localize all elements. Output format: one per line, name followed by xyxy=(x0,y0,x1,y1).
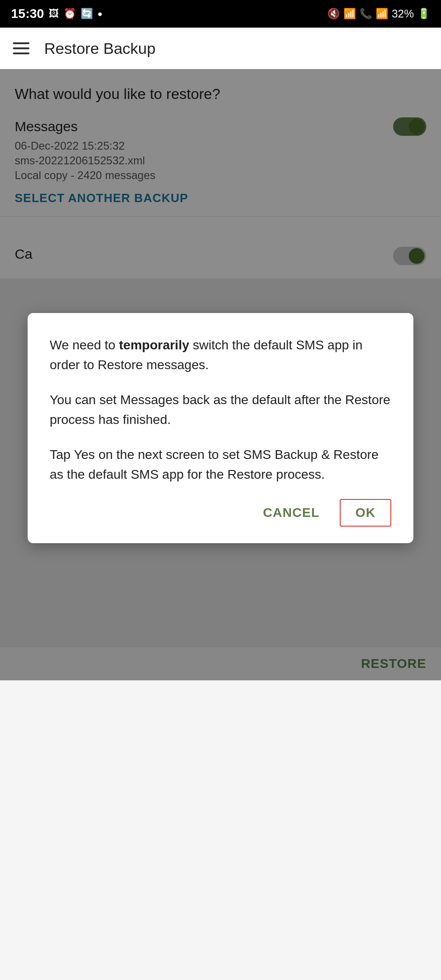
status-time: 15:30 xyxy=(11,6,44,21)
dialog-paragraph-3: Tap Yes on the next screen to set SMS Ba… xyxy=(50,445,391,485)
status-bar: 15:30 🖼 ⏰ 🔄 ● 🔇 📶 📞 📶 32% 🔋 xyxy=(0,0,441,28)
dialog-paragraph-2: You can set Messages back as the default… xyxy=(50,390,391,430)
dialog-cancel-button[interactable]: CANCEL xyxy=(254,500,329,526)
signal-icon: 📶 xyxy=(376,8,388,20)
call-icon: 📞 xyxy=(360,8,372,20)
dialog-ok-button[interactable]: OK xyxy=(340,499,391,527)
menu-button[interactable] xyxy=(13,42,29,54)
dialog-text-prefix: We need to xyxy=(50,338,119,352)
hamburger-line-3 xyxy=(13,52,29,54)
dialog-paragraph-1: We need to temporarily switch the defaul… xyxy=(50,335,391,375)
photo-icon: 🖼 xyxy=(49,8,59,20)
dialog-text-bold: temporarily xyxy=(119,338,189,352)
hamburger-line-1 xyxy=(13,42,29,44)
sync-icon: 🔄 xyxy=(81,8,93,20)
mute-icon: 🔇 xyxy=(327,8,340,20)
battery-icon: 🔋 xyxy=(418,8,430,20)
app-bar: Restore Backup xyxy=(0,28,441,69)
wifi-icon: 📶 xyxy=(343,8,356,20)
dialog: We need to temporarily switch the defaul… xyxy=(28,313,413,543)
dialog-actions: CANCEL OK xyxy=(50,499,391,527)
clock-icon: ⏰ xyxy=(64,8,76,20)
status-bar-right: 🔇 📶 📞 📶 32% 🔋 xyxy=(327,7,430,20)
battery-level: 32% xyxy=(392,7,414,20)
dot-icon: ● xyxy=(98,9,103,19)
hamburger-line-2 xyxy=(13,47,29,49)
status-bar-left: 15:30 🖼 ⏰ 🔄 ● xyxy=(11,6,103,21)
page-title: Restore Backup xyxy=(44,40,156,58)
